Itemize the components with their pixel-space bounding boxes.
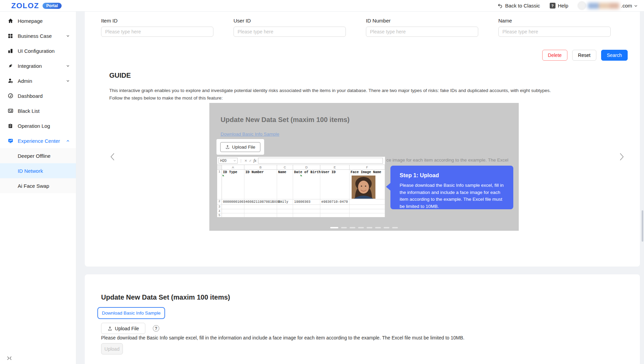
user-email-masked (588, 3, 619, 9)
back-to-classic-button[interactable]: Back to Classic (497, 3, 540, 9)
item-id-label: Item ID (101, 18, 213, 24)
plug-icon (7, 63, 13, 69)
excel-row-5: 5 (217, 213, 385, 217)
carousel-prev-arrow[interactable] (109, 152, 117, 162)
sidebar-item-admin[interactable]: Admin (0, 73, 76, 88)
chevron-down-icon (634, 4, 638, 8)
main-content: Item ID User ID ID Number Name Delete Re… (76, 12, 644, 364)
slide-upload-file-button: Upload File (220, 142, 260, 152)
guide-description: This interactive graph enables you to ex… (109, 87, 599, 102)
sidebar-item-experience-center[interactable]: Experience Center (0, 133, 76, 148)
excel-formula-input (258, 158, 383, 164)
sidebar-item-operation-log[interactable]: Operation Log (0, 118, 76, 133)
page-scrollbar-thumb[interactable] (642, 210, 643, 242)
slide-clipped-text: ce image for each item according to the … (386, 157, 508, 163)
chevron-down-icon (66, 34, 70, 38)
sidebar-item-business-case[interactable]: Business Case (0, 28, 76, 43)
sidebar-collapse-toggle[interactable] (7, 356, 12, 361)
question-circle-icon[interactable]: ? (153, 325, 159, 332)
excel-sample-screenshot: H20 ⋮✕✓ fx A B C D E F 1 (217, 157, 385, 217)
step-callout: Step 1: Upload Please download the Basic… (390, 166, 513, 209)
search-actions: Delete Reset Search (542, 50, 628, 61)
gauge-icon (7, 93, 13, 99)
slide-download-link: Download Basic Info Sample (221, 132, 279, 137)
carousel-dot[interactable] (341, 227, 347, 228)
delete-button[interactable]: Delete (542, 50, 567, 61)
top-header: ZOLOZ Portal Back to Classic ? Help .com (0, 0, 644, 12)
carousel-dot[interactable] (392, 227, 398, 228)
upload-submit-button[interactable]: Upload (101, 343, 123, 354)
excel-column-headers: A B C D E F (217, 165, 385, 170)
avatar (578, 1, 586, 10)
excel-formula-bar: H20 ⋮✕✓ fx (217, 157, 385, 165)
slide-upload-highlight-box: Upload File (216, 139, 264, 155)
help-button[interactable]: ? Help (550, 3, 568, 9)
sidebar-item-integration[interactable]: Integration (0, 58, 76, 73)
carousel-dot[interactable] (384, 227, 389, 228)
id-number-input[interactable] (366, 27, 478, 37)
experience-center-submenu: Deeper Offline ID Network Ai Face Swap (0, 148, 76, 193)
search-button[interactable]: Search (601, 50, 628, 61)
slide-title: Update New Data Set (maxim 100 items) (221, 116, 350, 124)
sidebar-item-ai-face-swap[interactable]: Ai Face Swap (0, 178, 76, 193)
portal-badge: Portal (43, 3, 62, 9)
chart-monitor-icon (7, 138, 13, 144)
account-menu[interactable]: .com (578, 1, 638, 10)
excel-row-4: 4 (217, 209, 385, 213)
id-number-label: ID Number (366, 18, 478, 24)
zoloz-logo: ZOLOZ (11, 1, 39, 10)
item-id-field-group: Item ID (101, 18, 213, 37)
layout-columns-icon (7, 48, 13, 54)
user-email-domain: .com (621, 3, 632, 9)
help-icon: ? (550, 3, 556, 9)
name-field-group: Name (498, 18, 611, 37)
carousel-dot[interactable] (358, 227, 364, 228)
sidebar-item-ui-configuration[interactable]: UI Configuration (0, 43, 76, 58)
sidebar: Homepage Business Case UI Configuration … (0, 12, 76, 364)
chevron-down-icon (66, 79, 70, 83)
reset-button[interactable]: Reset (572, 50, 596, 61)
upload-file-button[interactable]: Upload File (101, 323, 145, 334)
id-number-field-group: ID Number (366, 18, 478, 37)
id-network-panel: Item ID User ID ID Number Name Delete Re… (85, 12, 640, 267)
update-data-set-panel: Update New Data Set (maxim 100 items) Do… (85, 274, 640, 364)
carousel-dots (209, 227, 519, 228)
excel-row-3: 3 (217, 205, 385, 209)
id-card-icon (7, 108, 13, 114)
upload-instructions: Please download the Basic Info sample ex… (101, 335, 464, 340)
user-id-field-group: User ID (234, 18, 346, 37)
carousel-dot[interactable] (367, 227, 372, 228)
sample-face-photo (352, 176, 375, 199)
step-callout-title: Step 1: Upload (400, 172, 504, 179)
sidebar-item-id-network[interactable]: ID Network (0, 163, 76, 178)
user-admin-icon (7, 78, 13, 84)
sidebar-item-dashboard[interactable]: Dashboard (0, 88, 76, 103)
undo-icon (497, 3, 503, 9)
sidebar-item-black-list[interactable]: Black List (0, 103, 76, 118)
chevron-up-icon (66, 139, 70, 143)
download-basic-info-sample-button[interactable]: Download Basic Info Sample (97, 307, 165, 319)
excel-row-2: 2 00000001003 4608211987081BXXX Emily 19… (217, 199, 385, 205)
item-id-input[interactable] (101, 27, 213, 37)
sidebar-item-homepage[interactable]: Homepage (0, 13, 76, 28)
update-section-title: Update New Data Set (maxim 100 items) (101, 293, 230, 301)
user-id-input[interactable] (234, 27, 346, 37)
name-input[interactable] (498, 27, 611, 37)
guide-heading: GUIDE (109, 72, 131, 79)
sidebar-item-deeper-offline[interactable]: Deeper Offline (0, 148, 76, 163)
search-form: Item ID User ID ID Number Name (101, 18, 611, 37)
step-callout-body: Please download the Basic Info sample ex… (400, 182, 504, 210)
carousel-dot[interactable] (350, 227, 355, 228)
grid-icon (7, 33, 13, 39)
guide-carousel-slide: Update New Data Set (maxim 100 items) Do… (209, 103, 519, 231)
carousel-dot[interactable] (375, 227, 381, 228)
carousel-next-arrow[interactable] (617, 152, 626, 162)
excel-fx-icon: fx (254, 158, 257, 163)
clipboard-icon (7, 123, 13, 129)
home-icon (7, 18, 13, 24)
chevron-down-icon (66, 64, 70, 68)
user-id-label: User ID (234, 18, 346, 24)
name-label: Name (498, 18, 611, 24)
excel-name-box: H20 (219, 158, 238, 164)
carousel-dot[interactable] (330, 227, 338, 228)
